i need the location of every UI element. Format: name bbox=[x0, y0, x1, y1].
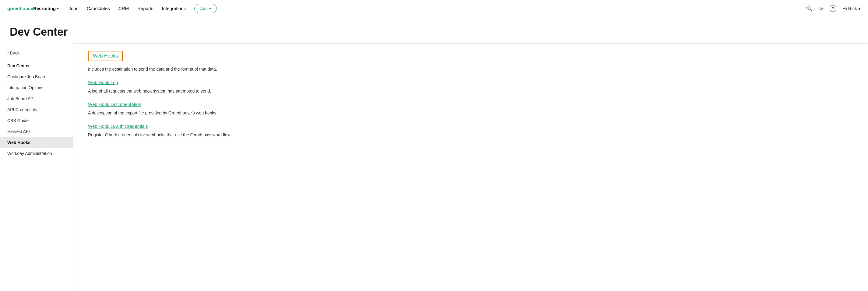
layout: ‹ Back Dev Center Configure Job Board In… bbox=[0, 43, 868, 291]
nav-reports[interactable]: Reports bbox=[137, 6, 154, 11]
sidebar-item-integration-options[interactable]: Integration Options bbox=[0, 82, 73, 93]
back-button[interactable]: ‹ Back bbox=[0, 48, 73, 58]
sidebar-item-web-hooks[interactable]: Web Hooks bbox=[0, 137, 73, 148]
webhoakoauth-desc: Register OAuth credentials for webhooks … bbox=[88, 132, 853, 138]
nav-crm[interactable]: CRM bbox=[119, 6, 129, 11]
nav-right: 🔍 ⚙ ? Hi Rick ▾ bbox=[806, 5, 861, 12]
nav-integrations[interactable]: Integrations bbox=[162, 6, 186, 11]
webhooks-link[interactable]: Web Hooks bbox=[93, 53, 118, 59]
logo-green: greenhouse bbox=[7, 6, 33, 11]
sidebar-item-css-guide[interactable]: CSS Guide bbox=[0, 115, 73, 126]
sidebar-item-job-board-api[interactable]: Job Board API bbox=[0, 93, 73, 104]
gear-icon[interactable]: ⚙ bbox=[819, 5, 824, 12]
top-nav: greenhouse Recruiting ▾ Jobs Candidates … bbox=[0, 0, 868, 17]
sidebar-item-dev-center[interactable]: Dev Center bbox=[0, 60, 73, 71]
sidebar-item-workday-administration[interactable]: Workday Administration bbox=[0, 148, 73, 159]
webhooklog-desc: A log of all requests the web hook syste… bbox=[88, 88, 853, 94]
nav-jobs[interactable]: Jobs bbox=[68, 6, 78, 11]
nav-links: Jobs Candidates CRM Reports Integrations… bbox=[68, 4, 806, 13]
nav-candidates[interactable]: Candidates bbox=[87, 6, 110, 11]
webhookdoc-link[interactable]: Web Hook Documentation bbox=[88, 102, 853, 107]
sidebar: ‹ Back Dev Center Configure Job Board In… bbox=[0, 43, 73, 291]
webhookdoc-desc: A description of the export file provide… bbox=[88, 110, 853, 116]
webhoakoauth-link[interactable]: Web Hook OAuth Credentials bbox=[88, 124, 853, 129]
webhooks-title-box: Web Hooks bbox=[88, 51, 123, 61]
sidebar-item-configure-job-board[interactable]: Configure Job Board bbox=[0, 71, 73, 82]
user-menu[interactable]: Hi Rick ▾ bbox=[842, 6, 861, 11]
webhooks-desc: Includes the destination to send the dat… bbox=[88, 66, 853, 72]
sidebar-item-api-credentials[interactable]: API Credentials bbox=[0, 104, 73, 115]
page-title: Dev Center bbox=[10, 26, 858, 38]
main-content: Web Hooks Includes the destination to se… bbox=[73, 43, 868, 291]
logo-dark: Recruiting bbox=[33, 6, 56, 11]
search-icon[interactable]: 🔍 bbox=[806, 5, 812, 12]
add-button[interactable]: Add ▾ bbox=[194, 4, 217, 13]
webhooklog-link[interactable]: Web Hook Log bbox=[88, 80, 853, 85]
sidebar-item-harvest-api[interactable]: Harvest API bbox=[0, 126, 73, 137]
logo-chevron: ▾ bbox=[57, 6, 59, 11]
logo[interactable]: greenhouse Recruiting ▾ bbox=[7, 6, 59, 11]
help-icon[interactable]: ? bbox=[830, 5, 836, 12]
page-title-area: Dev Center bbox=[0, 17, 868, 43]
